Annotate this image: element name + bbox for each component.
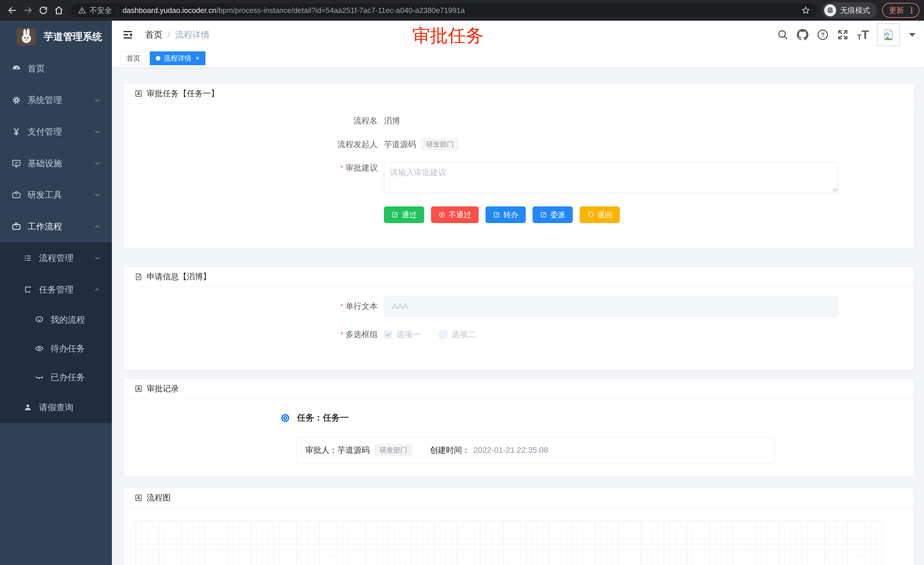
avatar-caret-icon[interactable] [909, 33, 915, 37]
sidebar-item-label: 基础设施 [27, 158, 62, 169]
incognito-badge: 无痕模式 [822, 2, 877, 18]
url-divider [117, 6, 117, 14]
sidebar-item-label: 任务管理 [39, 284, 74, 296]
breadcrumb-current: 流程详情 [175, 29, 210, 41]
audit-icon [135, 385, 142, 393]
approve-button[interactable]: 通过 [384, 206, 424, 223]
browser-forward-button[interactable] [20, 3, 36, 18]
checkbox-option: 选项二 [439, 329, 476, 340]
document-icon [135, 273, 142, 281]
card-title: 申请信息【滔博】 [147, 271, 211, 282]
toolbox-icon [12, 190, 21, 200]
sidebar-item-done-tasks[interactable]: 已办任务 [0, 363, 112, 392]
tab-process-detail[interactable]: 流程详情 × [150, 51, 206, 65]
transfer-button[interactable]: 转办 [486, 206, 526, 223]
checkbox-label: 选项一 [397, 329, 421, 340]
process-name-value: 滔博 [384, 116, 400, 126]
app-header: 首页 / 流程详情 审批任务 ? TT [112, 21, 924, 49]
close-icon[interactable]: × [195, 54, 200, 62]
tags-view-bar: 首页 流程详情 × [112, 49, 924, 68]
sidebar-item-devtools[interactable]: 研发工具 [0, 179, 112, 211]
bpmn-canvas[interactable] [136, 521, 884, 565]
bookmark-star-icon[interactable] [801, 6, 810, 15]
checkbox-box [384, 331, 392, 338]
breadcrumb-home[interactable]: 首页 [145, 29, 162, 41]
diagram-card-header: 流程图 [124, 488, 914, 508]
sidebar-item-label: 我的流程 [51, 314, 85, 326]
sidebar-item-my-process[interactable]: 我的流程 [0, 305, 112, 334]
page-annotation: 审批任务 [412, 24, 483, 48]
edit-icon [540, 211, 547, 218]
suggestion-textarea[interactable] [384, 162, 838, 193]
sidebar-item-todo-tasks[interactable]: 待办任务 [0, 334, 112, 363]
github-icon[interactable] [796, 29, 808, 41]
browser-home-button[interactable] [51, 3, 67, 18]
sidebar-item-leave-query[interactable]: 请假查询 [0, 392, 112, 423]
sidebar-item-label: 首页 [27, 63, 45, 75]
fullscreen-icon[interactable] [837, 29, 849, 41]
sidebar-item-task-mgmt[interactable]: 任务管理 [0, 274, 112, 305]
initiator-label: 流程发起人 [124, 139, 378, 150]
app-title: 芋道管理系统 [44, 30, 102, 44]
svg-text:?: ? [821, 31, 825, 39]
edit-icon [493, 211, 500, 218]
update-button[interactable]: 更新 [882, 3, 920, 18]
search-icon[interactable] [777, 29, 789, 41]
monitor-icon [12, 158, 21, 168]
sidebar: 芋道管理系统 首页 系统管理 支付管理 [0, 21, 112, 565]
active-tab-dot [156, 56, 160, 60]
sidebar-item-home[interactable]: 首页 [0, 53, 112, 84]
sidebar-toggle-icon[interactable] [118, 29, 138, 40]
user-icon [23, 403, 33, 412]
chevron-down-icon [93, 96, 101, 104]
sidebar-item-payment[interactable]: 支付管理 [0, 116, 112, 147]
avatar[interactable] [877, 23, 900, 46]
apply-info-card: 申请信息【滔博】 *单行文本 *多选框组 [123, 266, 914, 370]
app-logo[interactable]: 芋道管理系统 [0, 21, 112, 53]
single-line-label: *单行文本 [124, 301, 378, 312]
tab-home[interactable]: 首页 [120, 51, 146, 65]
required-asterisk: * [340, 330, 343, 339]
records-card-header: 审批记录 [124, 379, 914, 399]
checkbox-box [439, 331, 447, 338]
url-host: dashboard.yudao.iocoder.cn [123, 6, 216, 15]
sidebar-item-process-mgmt[interactable]: 流程管理 [0, 242, 112, 274]
required-asterisk: * [340, 164, 343, 172]
audit-icon [135, 90, 142, 98]
browser-reload-button[interactable] [36, 3, 51, 18]
sidebar-item-infra[interactable]: 基础设施 [0, 147, 112, 179]
kebab-menu-icon[interactable] [908, 6, 916, 15]
process-diagram-card: 流程图 [123, 487, 914, 565]
sidebar-item-label: 支付管理 [27, 126, 62, 138]
breadcrumb: 首页 / 流程详情 [145, 29, 210, 41]
delegate-button[interactable]: 委派 [532, 206, 573, 223]
approval-records-card: 审批记录 任务：任务一 审批人： 芋道源码 研发部门 创建时间： 2022-01… [123, 379, 914, 476]
breadcrumb-separator: / [168, 30, 170, 40]
chevron-down-icon [93, 128, 101, 135]
checkbox-option: 选项一 [384, 329, 421, 340]
sidebar-item-workflow[interactable]: 工作流程 [0, 211, 112, 242]
security-label: 不安全 [90, 6, 112, 15]
toolbox-icon [12, 222, 21, 231]
chevron-up-icon [93, 223, 101, 230]
help-icon[interactable]: ? [817, 29, 829, 41]
font-size-icon[interactable]: TT [857, 29, 869, 41]
approver-label: 审批人： [305, 445, 338, 455]
sidebar-item-label: 请假查询 [39, 402, 74, 413]
update-label[interactable]: 更新 [889, 6, 904, 15]
apply-card-header: 申请信息【滔博】 [124, 267, 914, 287]
process-name-label: 流程名 [124, 115, 378, 126]
card-title: 流程图 [147, 492, 171, 503]
reject-button[interactable]: 不通过 [431, 206, 478, 223]
workflow-submenu: 流程管理 任务管理 我的流程 [0, 242, 112, 423]
task-title: 任务：任务一 [297, 412, 349, 424]
tree-icon [23, 285, 33, 294]
face-icon [34, 315, 44, 325]
return-button[interactable]: 退回 [580, 206, 620, 223]
card-title: 审批任务【任务一】 [147, 88, 219, 99]
sidebar-item-system[interactable]: 系统管理 [0, 84, 112, 116]
dept-tag: 研发部门 [375, 445, 412, 456]
browser-back-button[interactable] [4, 3, 20, 18]
incognito-label: 无痕模式 [840, 6, 870, 15]
address-bar[interactable]: 不安全 dashboard.yudao.iocoder.cn /bpm/proc… [71, 3, 817, 17]
